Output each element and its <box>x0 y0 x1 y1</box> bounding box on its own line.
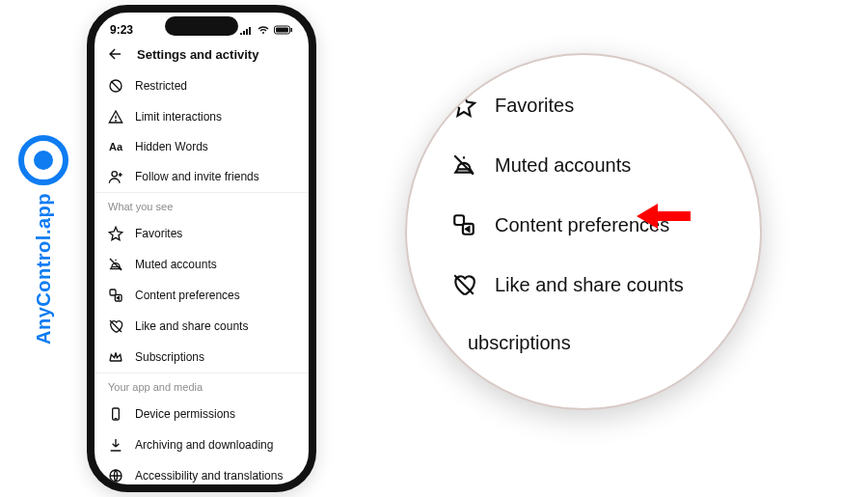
row-label: Subscriptions <box>135 350 295 364</box>
svg-rect-18 <box>454 215 464 225</box>
zoom-row-subscriptions-partial[interactable]: ubscriptions <box>450 315 762 372</box>
row-label: Hidden Words <box>135 140 295 153</box>
restricted-icon <box>108 78 123 94</box>
section-your-app-media: Your app and media <box>95 373 309 399</box>
phone-notch <box>165 16 238 36</box>
svg-point-7 <box>112 172 117 177</box>
row-muted-accounts[interactable]: Muted accounts <box>95 249 309 280</box>
row-label: Limit interactions <box>135 110 295 124</box>
svg-point-6 <box>116 121 117 122</box>
zoom-partial-header: u see <box>405 53 762 75</box>
row-label: Favorites <box>135 227 295 240</box>
feed-icon <box>450 212 477 237</box>
status-time: 9:23 <box>110 23 133 37</box>
svg-line-4 <box>111 81 120 90</box>
row-hidden-words[interactable]: Aa Hidden Words <box>95 132 309 161</box>
row-label: Follow and invite friends <box>135 170 295 183</box>
row-limit-interactions[interactable]: Limit interactions <box>95 101 309 132</box>
brand-logo-icon <box>18 135 68 185</box>
zoom-row-content-preferences[interactable]: Content preferences <box>450 195 762 255</box>
muted-icon <box>108 257 123 272</box>
zoom-partial-bottom: ubscriptions <box>468 332 571 354</box>
svg-rect-1 <box>291 28 293 32</box>
arrow-left-icon <box>106 45 123 63</box>
globe-icon <box>108 468 123 483</box>
brand-watermark: AnyControl.app <box>10 135 77 345</box>
download-icon <box>108 437 123 453</box>
zoom-label: Like and share counts <box>495 274 684 296</box>
back-button[interactable] <box>106 45 123 63</box>
row-device-permissions[interactable]: Device permissions <box>95 399 309 429</box>
settings-list: Restricted Limit interactions Aa Hidden … <box>95 70 309 491</box>
row-archiving-downloading[interactable]: Archiving and downloading <box>95 429 309 460</box>
signal-icon <box>239 25 253 35</box>
crown-icon <box>108 349 123 365</box>
row-label: Like and share counts <box>135 319 295 333</box>
arrow-left-red-icon <box>637 204 691 229</box>
section-what-you-see: What you see <box>95 192 309 218</box>
status-indicators <box>239 25 293 35</box>
row-accessibility-translations[interactable]: Accessibility and translations <box>95 460 309 491</box>
brand-text: AnyControl.app <box>33 193 55 345</box>
battery-icon <box>274 25 293 35</box>
zoom-label: Favorites <box>495 95 574 117</box>
aa-icon: Aa <box>108 141 123 152</box>
row-label: Content preferences <box>135 289 295 302</box>
zoom-row-muted-accounts[interactable]: Muted accounts <box>450 135 762 195</box>
row-subscriptions[interactable]: Subscriptions <box>95 342 309 373</box>
row-favorites[interactable]: Favorites <box>95 218 309 249</box>
row-restricted[interactable]: Restricted <box>95 70 309 101</box>
row-label: Restricted <box>135 79 295 93</box>
star-icon <box>450 93 477 118</box>
page-title: Settings and activity <box>137 47 258 62</box>
zoom-label: Muted accounts <box>495 154 631 177</box>
zoom-row-favorites[interactable]: Favorites <box>450 75 762 135</box>
row-label: Device permissions <box>135 407 295 421</box>
add-person-icon <box>108 169 123 184</box>
muted-icon <box>450 152 477 178</box>
warning-icon <box>108 109 123 124</box>
row-content-preferences[interactable]: Content preferences <box>95 280 309 311</box>
star-icon <box>108 226 123 241</box>
row-label: Archiving and downloading <box>135 438 295 452</box>
wifi-icon <box>257 25 270 35</box>
row-label: Accessibility and translations <box>135 469 295 483</box>
svg-rect-2 <box>276 28 288 33</box>
row-label: Muted accounts <box>135 258 295 271</box>
page-header: Settings and activity <box>95 40 309 70</box>
heart-icon <box>450 272 477 297</box>
heart-icon <box>108 318 123 334</box>
row-follow-invite[interactable]: Follow and invite friends <box>95 161 309 192</box>
device-icon <box>108 406 123 422</box>
phone-mockup: 9:23 Settings and activity Restricted Li… <box>87 5 316 492</box>
highlight-arrow <box>637 204 691 229</box>
feed-icon <box>108 288 123 303</box>
row-like-share-counts[interactable]: Like and share counts <box>95 311 309 342</box>
svg-rect-11 <box>110 290 116 295</box>
magnifier-circle: u see Favorites Muted accounts Content p… <box>405 53 762 410</box>
zoom-row-like-share-counts[interactable]: Like and share counts <box>450 255 762 315</box>
